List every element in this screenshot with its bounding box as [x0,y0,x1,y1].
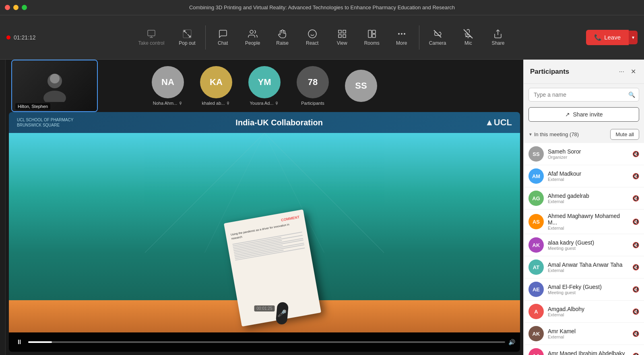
participant-item[interactable]: AK Amr Kamel External 🔇 [524,323,644,345]
camera-button[interactable]: Camera [423,26,453,49]
in-meeting-text: ▼ In this meeting (78) [528,131,579,137]
share-button[interactable]: Share [484,26,512,49]
people-button[interactable]: People [239,26,267,49]
video-timestamp: 00:01:25 [254,305,275,311]
search-bar: 🔍 [528,88,639,102]
more-button[interactable]: More [388,26,416,49]
panel-title: Participants [530,68,569,76]
participant-item[interactable]: AE Amal El-Feky (Guest) Meeting guest 🔇 [524,278,644,301]
participant-role: External [548,334,628,339]
react-button[interactable]: React [298,26,326,49]
presentation-video-frame: COMMENT Using the pandemic as a driver f… [9,133,520,332]
take-control-button[interactable]: Take control [132,26,171,49]
maximize-button[interactable] [22,5,27,10]
panel-close-button[interactable]: ✕ [629,66,638,77]
participant-role: External [548,177,628,182]
participant-info: alaa kadry (Guest) Meeting guest [548,239,628,251]
minimize-button[interactable] [13,5,19,10]
avatar-circle-na: NA [152,66,184,98]
participant-item[interactable]: AS Ahmed Maghawry Mohamed M... External … [524,210,644,234]
participant-role: Meeting guest [548,290,628,295]
leave-chevron-button[interactable]: ▾ [629,31,638,44]
participant-name: Amgad.Albohy [548,306,628,312]
muted-icon-ka: 🎙 [226,101,230,106]
presentation-controls: ⏸ 🔊 [9,332,520,352]
participant-item[interactable]: AA Amr Maged Ibrahim Abdelbaky External … [524,345,644,355]
participant-muted-icon: 🔇 [632,264,639,270]
raise-label: Raise [276,40,289,46]
rooms-button[interactable]: Rooms [358,26,386,49]
mic-button[interactable]: Mic [454,26,482,49]
share-invite-button[interactable]: ↗ Share invite [528,107,639,122]
participant-item[interactable]: AM Afaf Madkour External 🔇 [524,165,644,187]
muted-icon-na: 🎙 [179,101,183,106]
in-meeting-label: In this meeting (78) [534,131,579,137]
participant-name: Ahmed gadelrab [548,193,628,199]
progress-bar[interactable] [28,341,505,343]
avatar-initials-ym: YM [258,77,271,87]
toolbar: 01:21:12 Take control Pop out Chat Peopl… [0,15,644,60]
self-video: Hilton, Stephen [11,60,98,112]
rooms-label: Rooms [364,40,380,46]
mute-all-button[interactable]: Mute all [610,129,639,140]
main-area: Hilton, Stephen NA Noha Ahm... 🎙 KA khal… [0,60,644,355]
chat-button[interactable]: Chat [209,26,237,49]
camera-label: Camera [429,40,446,46]
avatar-item-ka: KA khaled ab... 🎙 [200,66,232,106]
participant-item[interactable]: AK alaa kadry (Guest) Meeting guest 🔇 [524,234,644,256]
pause-button[interactable]: ⏸ [14,337,25,347]
participant-muted-icon: 🔇 [632,151,639,157]
participant-name: Amal El-Feky (Guest) [548,284,628,290]
participant-item[interactable]: AG Ahmed gadelrab External 🔇 [524,187,644,210]
participant-role: External [548,268,628,273]
ucl-logo-area: UCL SCHOOL OF PHARMACYBRUNSWICK SQUARE [17,117,73,128]
participant-role: External [548,199,628,204]
avatar-item-count: 78 Participants [297,66,329,106]
participant-muted-icon: 🔇 [632,286,639,293]
participant-muted-icon: 🔇 [632,242,639,248]
in-meeting-header: ▼ In this meeting (78) Mute all [524,126,644,143]
collapse-icon[interactable]: ▼ [528,132,533,137]
participant-muted-icon: 🔇 [632,218,639,225]
raise-button[interactable]: Raise [268,26,297,49]
avatar-initials-ka: KA [210,77,223,87]
window-controls[interactable] [5,5,27,10]
toolbar-divider-1 [205,25,206,50]
muted-icon-ym: 🎙 [275,101,279,106]
participant-item[interactable]: SS Sameh Soror Organizer 🔇 [524,143,644,165]
participant-info: Amal El-Feky (Guest) Meeting guest [548,284,628,295]
view-button[interactable]: View [328,26,356,49]
svg-point-4 [250,30,253,33]
close-button[interactable] [5,5,10,10]
participant-role: External [548,226,628,230]
participant-item[interactable]: A Amgad.Albohy External 🔇 [524,301,644,323]
participant-name: Ahmed Maghawry Mohamed M... [548,213,628,226]
participant-avatar: AE [528,282,544,297]
avatar-circle-ss: SS [345,70,377,102]
participant-count-circle: 78 [297,66,329,98]
avatars-row: Hilton, Stephen NA Noha Ahm... 🎙 KA khal… [6,60,523,112]
toolbar-left: 01:21:12 [6,34,36,41]
leave-button[interactable]: 📞 Leave [586,30,629,45]
search-input[interactable] [528,88,639,102]
avatar-circle-ka: KA [200,66,232,98]
participant-name: alaa kadry (Guest) [548,239,628,246]
volume-icon[interactable]: 🔊 [508,339,515,345]
svg-rect-8 [339,30,341,33]
svg-rect-14 [372,34,376,37]
participant-name: Amal Anwar Taha Anwar Taha [548,262,628,268]
people-label: People [245,40,260,46]
participant-avatar: SS [528,146,544,162]
panel-more-button[interactable]: ··· [617,66,626,77]
svg-point-16 [401,33,402,35]
pop-out-button[interactable]: Pop out [172,26,202,49]
participant-avatar: AT [528,260,544,275]
svg-rect-11 [343,35,346,37]
window-title: Combining 3D Printing and Virtual Realit… [189,4,455,10]
institution-text: UCL SCHOOL OF PHARMACYBRUNSWICK SQUARE [17,118,73,127]
participant-item[interactable]: AT Amal Anwar Taha Anwar Taha External 🔇 [524,256,644,278]
presentation-header: UCL SCHOOL OF PHARMACYBRUNSWICK SQUARE I… [9,112,520,133]
avatar-item-ym: YM Yousra Ad... 🎙 [248,66,281,106]
more-label: More [396,40,407,46]
avatar-circle-ym: YM [248,66,281,98]
